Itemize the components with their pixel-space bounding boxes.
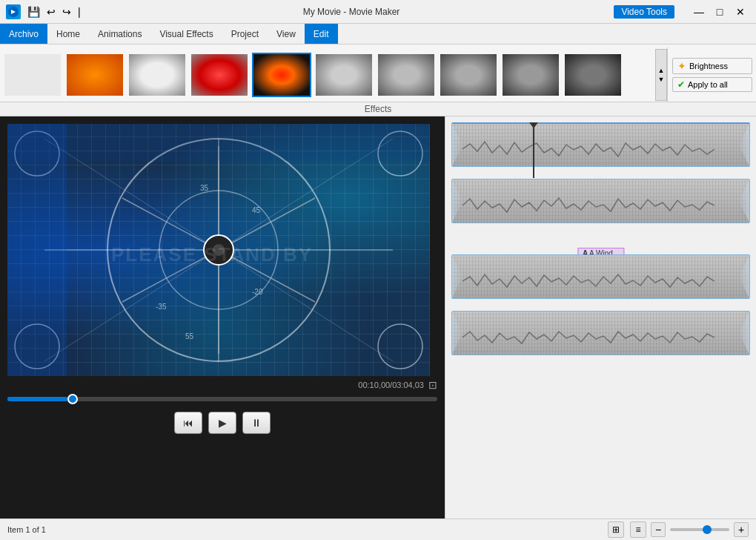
effects-strip: ▲ ▼ ✦ Brightness ✔ Apply to all bbox=[0, 45, 756, 102]
svg-text:-35: -35 bbox=[156, 303, 167, 311]
svg-line-12 bbox=[122, 198, 219, 250]
effects-scroll bbox=[3, 53, 655, 97]
minimize-button[interactable]: — bbox=[689, 4, 709, 19]
effect-thumb-orange[interactable] bbox=[65, 53, 125, 97]
timeline-clip-4[interactable] bbox=[451, 311, 750, 355]
save-icon[interactable]: 💾 bbox=[25, 4, 42, 19]
toolbar-icons: 💾 ↩ ↪ | bbox=[25, 4, 83, 19]
zoom-controls: ⊞ ≡ − + bbox=[608, 521, 749, 538]
undo-icon[interactable]: ↩ bbox=[44, 4, 58, 19]
playhead bbox=[533, 122, 534, 178]
effect-thumb-gray3[interactable] bbox=[439, 53, 498, 97]
svg-text:35: 35 bbox=[200, 184, 209, 192]
timeline-clip-container-1 bbox=[451, 122, 750, 167]
storyboard-button[interactable]: ⊞ bbox=[608, 521, 624, 538]
timeline-clip-2[interactable] bbox=[451, 179, 750, 223]
effect-thumb-white[interactable] bbox=[127, 53, 187, 97]
timestamp: 00:10,00/03:04,03 bbox=[358, 381, 424, 389]
svg-rect-25 bbox=[7, 124, 67, 376]
menu-animations[interactable]: Animations bbox=[89, 24, 150, 44]
timeline-clip-container-3 bbox=[451, 254, 750, 299]
apply-all-label: Apply to all bbox=[688, 80, 728, 89]
effect-thumb-blank[interactable] bbox=[3, 53, 62, 97]
effect-thumb-red1[interactable] bbox=[190, 53, 249, 97]
menu-project[interactable]: Project bbox=[222, 24, 268, 44]
close-button[interactable]: ✕ bbox=[731, 4, 750, 19]
effect-thumb-red2[interactable] bbox=[252, 53, 311, 97]
svg-point-18 bbox=[378, 324, 422, 369]
status-bar: Item 1 of 1 ⊞ ≡ − + bbox=[0, 518, 756, 539]
zoom-out-icon: − bbox=[655, 524, 661, 536]
svg-line-8 bbox=[219, 198, 315, 250]
window-title: My Movie - Movie Maker bbox=[89, 7, 614, 17]
maximize-button[interactable]: □ bbox=[710, 4, 729, 19]
brightness-label: Brightness bbox=[689, 62, 728, 70]
video-tools-badge: Video Tools bbox=[614, 5, 674, 19]
apply-all-button[interactable]: ✔ Apply to all bbox=[672, 77, 752, 92]
scroll-down-icon[interactable]: ▼ bbox=[658, 76, 665, 83]
zoom-in-icon: + bbox=[738, 524, 744, 536]
menu-view[interactable]: View bbox=[268, 24, 305, 44]
svg-text:55: 55 bbox=[185, 332, 194, 340]
main-content: 35 45 -20 -35 55 PLEASE STAND BY 00:10,0… bbox=[0, 116, 756, 518]
status-icons: ⊞ ≡ bbox=[608, 521, 646, 538]
timeline-button[interactable]: ≡ bbox=[630, 521, 646, 538]
menu-home[interactable]: Home bbox=[47, 24, 89, 44]
preview-video: 35 45 -20 -35 55 PLEASE STAND BY bbox=[7, 124, 430, 376]
play-icon: ▶ bbox=[219, 417, 227, 429]
zoom-out-button[interactable]: − bbox=[651, 522, 666, 537]
seek-bar[interactable] bbox=[7, 397, 437, 401]
rewind-button[interactable]: ⏮ bbox=[174, 412, 202, 434]
svg-text:45: 45 bbox=[252, 206, 261, 214]
effect-thumb-gray4[interactable] bbox=[501, 53, 560, 97]
effect-thumb-gray1[interactable] bbox=[314, 53, 374, 97]
svg-text:-20: -20 bbox=[252, 288, 263, 296]
title-bar: 💾 ↩ ↪ | My Movie - Movie Maker Video Too… bbox=[0, 0, 756, 24]
separator: | bbox=[76, 4, 83, 19]
menu-edit[interactable]: Edit bbox=[305, 24, 338, 44]
effects-scroll-arrows[interactable]: ▲ ▼ bbox=[655, 49, 667, 101]
scroll-up-icon[interactable]: ▲ bbox=[658, 67, 665, 74]
timeline-clip-container-4 bbox=[451, 311, 750, 355]
redo-icon[interactable]: ↪ bbox=[60, 4, 73, 19]
rewind-icon: ⏮ bbox=[183, 417, 193, 429]
menu-visual-effects[interactable]: Visual Effects bbox=[150, 24, 222, 44]
brightness-button[interactable]: ✦ Brightness bbox=[672, 58, 752, 74]
menu-archivo[interactable]: Archivo bbox=[0, 24, 47, 44]
app-icon bbox=[6, 4, 21, 19]
timeline-clip-1[interactable] bbox=[451, 122, 750, 167]
apply-all-icon: ✔ bbox=[677, 79, 685, 90]
timeline-panel: A A Wind... bbox=[445, 116, 756, 518]
menu-bar: Archivo Home Animations Visual Effects P… bbox=[0, 24, 756, 45]
seek-thumb[interactable] bbox=[67, 394, 78, 404]
brightness-icon: ✦ bbox=[677, 60, 686, 72]
play-button[interactable]: ▶ bbox=[208, 412, 236, 434]
storyboard-icon: ⊞ bbox=[612, 524, 620, 535]
effects-section-label: Effects bbox=[0, 102, 756, 116]
window-controls: — □ ✕ bbox=[689, 4, 750, 19]
playback-controls: ⏮ ▶ ⏸ bbox=[7, 412, 437, 434]
preview-time: 00:10,00/03:04,03 ⊡ bbox=[7, 376, 437, 394]
timeline-icon: ≡ bbox=[635, 524, 640, 535]
pause-icon: ⏸ bbox=[251, 417, 262, 429]
timeline-clip-container-2: A A Wind... bbox=[451, 179, 750, 243]
zoom-slider-thumb[interactable] bbox=[703, 525, 712, 534]
zoom-in-button[interactable]: + bbox=[734, 522, 749, 537]
item-count-label: Item 1 of 1 bbox=[7, 525, 46, 534]
svg-text:PLEASE STAND BY: PLEASE STAND BY bbox=[111, 243, 313, 266]
effects-right-panel: ✦ Brightness ✔ Apply to all bbox=[667, 47, 756, 102]
effect-thumb-gray2[interactable] bbox=[377, 53, 436, 97]
preview-panel: 35 45 -20 -35 55 PLEASE STAND BY 00:10,0… bbox=[0, 116, 445, 518]
timeline-clip-3[interactable] bbox=[451, 254, 750, 299]
expand-icon[interactable]: ⊡ bbox=[428, 379, 437, 391]
effect-thumb-dark[interactable] bbox=[563, 53, 623, 97]
zoom-slider[interactable] bbox=[670, 528, 729, 531]
pause-button[interactable]: ⏸ bbox=[242, 412, 271, 434]
svg-rect-26 bbox=[7, 124, 430, 161]
